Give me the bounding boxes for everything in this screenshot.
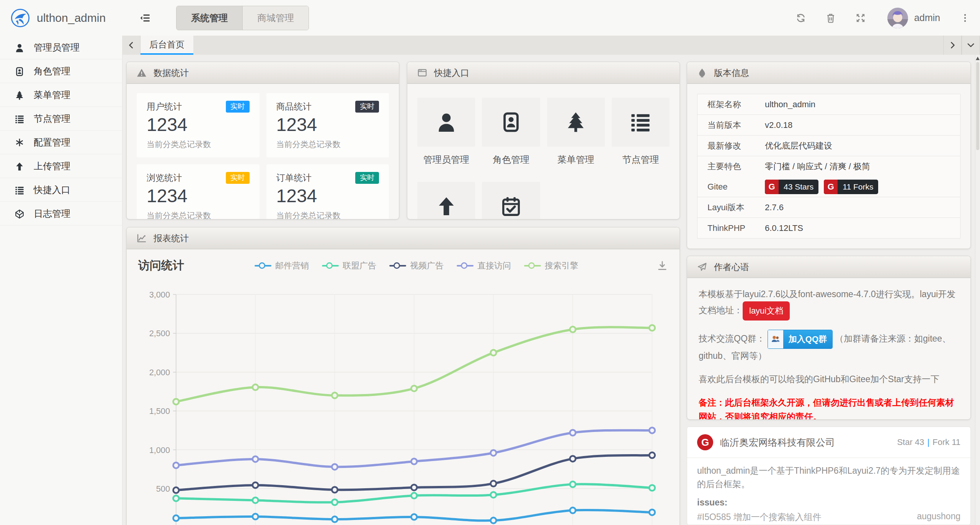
sidebar-item[interactable]: 快捷入口 <box>0 178 122 202</box>
legend-item[interactable]: 视频广告 <box>389 260 444 271</box>
content-scrollbar[interactable] <box>975 55 980 525</box>
version-row-value: 2.7.6 <box>765 203 784 213</box>
menu-collapse-button[interactable] <box>139 12 151 24</box>
sidebar-item[interactable]: 角色管理 <box>0 59 122 83</box>
version-row-value: 零门槛 / 响应式 / 清爽 / 极简 <box>765 161 870 172</box>
stat-card-sublabel: 当前分类总记录数 <box>147 210 250 219</box>
stat-card[interactable]: 订单统计 实时 1234 当前分类总记录数 <box>266 164 389 219</box>
stat-card[interactable]: 商品统计 实时 1234 当前分类总记录数 <box>266 93 389 157</box>
version-row-label: ThinkPHP <box>697 223 765 233</box>
sidebar-item[interactable]: 菜单管理 <box>0 83 122 107</box>
panel-report-header: 报表统计 <box>127 227 679 249</box>
scrollbar-thumb[interactable] <box>976 62 979 150</box>
kebab-icon <box>960 13 970 23</box>
legend-label: 搜索引擎 <box>545 260 578 271</box>
user-avatar[interactable] <box>887 8 908 28</box>
app-logo[interactable]: ulthon_admin <box>0 8 122 28</box>
scrollbar-up-arrow-icon[interactable] <box>976 57 980 60</box>
shortcut-item[interactable]: 菜单管理 <box>547 98 605 166</box>
panel-report: 报表统计 访问统计 邮件营销 <box>126 227 680 525</box>
shortcut-icon <box>500 111 522 133</box>
issue-row[interactable]: #I5O585 增加一个搜索输入组件 augushong <box>697 511 960 523</box>
stat-card-value: 1234 <box>147 185 250 206</box>
tabbar-spacer <box>193 36 943 55</box>
sidebar-item-icon <box>15 137 24 148</box>
clear-cache-button[interactable] <box>825 13 836 23</box>
shortcut-tile <box>482 182 540 219</box>
shortcut-item[interactable]: 商品分类 <box>482 182 540 219</box>
realtime-badge: 实时 <box>355 172 379 184</box>
realtime-badge: 实时 <box>226 101 250 113</box>
sidebar-item-label: 菜单管理 <box>34 89 70 101</box>
repo-company-name[interactable]: 临沂奥宏网络科技有限公司 <box>720 436 890 449</box>
top-tab-mall[interactable]: 商城管理 <box>243 6 309 30</box>
chevron-right-icon <box>948 41 957 50</box>
version-row-label: 框架名称 <box>697 99 765 110</box>
fullscreen-button[interactable] <box>855 13 866 23</box>
stat-card-sublabel: 当前分类总记录数 <box>147 139 250 150</box>
legend-item[interactable]: 搜索引擎 <box>524 260 578 271</box>
legend-item[interactable]: 邮件营销 <box>255 260 309 271</box>
legend-label: 邮件营销 <box>275 260 309 271</box>
gitee-forks-badge[interactable]: G11 Forks <box>824 180 878 194</box>
version-row: 当前版本 v2.0.18 <box>697 115 960 136</box>
repo-star-count: Star 43 <box>897 437 924 447</box>
legend-item[interactable]: 直接访问 <box>457 260 511 271</box>
legend-swatch-icon <box>255 262 271 269</box>
sidebar-item-label: 节点管理 <box>34 113 70 125</box>
sidebar-item-label: 快捷入口 <box>34 184 70 196</box>
visit-stats-chart[interactable]: 5001,0001,5002,0002,5003,000 <box>138 277 668 525</box>
panel-title: 报表统计 <box>154 232 189 244</box>
gitee-icon: G <box>765 180 779 194</box>
panel-title: 数据统计 <box>154 67 189 79</box>
chart-line-icon <box>137 233 147 243</box>
stat-card-sublabel: 当前分类总记录数 <box>276 210 379 219</box>
issues-label: issues: <box>697 497 960 508</box>
shortcut-label: 节点管理 <box>622 154 659 166</box>
svg-text:2,500: 2,500 <box>149 329 170 338</box>
shortcut-item[interactable]: 角色管理 <box>482 98 540 166</box>
sidebar-item-icon <box>15 89 24 100</box>
chart-download-button[interactable] <box>657 260 668 271</box>
tabs-scroll-right-button[interactable] <box>943 36 962 55</box>
gitee-logo-icon: G <box>697 434 713 450</box>
stat-card[interactable]: 浏览统计 实时 1234 当前分类总记录数 <box>137 164 260 219</box>
top-module-tabs: 系统管理 商城管理 <box>176 6 309 30</box>
svg-text:2,000: 2,000 <box>149 368 170 377</box>
sidebar-item[interactable]: 配置管理 <box>0 131 122 154</box>
chart-legend: 邮件营销 联盟广告 视频广告 <box>184 260 649 271</box>
refresh-button[interactable] <box>795 13 806 23</box>
user-name[interactable]: admin <box>914 12 940 23</box>
version-row-label: 当前版本 <box>697 119 765 131</box>
version-row: ThinkPHP 6.0.12LTS <box>697 218 960 238</box>
sidebar-item-label: 角色管理 <box>34 65 70 77</box>
sidebar-item-label: 日志管理 <box>34 208 70 220</box>
shortcut-item[interactable]: 上传管理 <box>417 182 475 219</box>
sidebar-item[interactable]: 日志管理 <box>0 202 122 226</box>
legend-item[interactable]: 联盟广告 <box>322 260 376 271</box>
warning-icon <box>137 68 147 78</box>
chevron-down-icon <box>966 41 975 50</box>
join-qq-group-button[interactable]: 加入QQ群 <box>768 330 833 349</box>
chart-title: 访问统计 <box>138 258 184 273</box>
more-menu-button[interactable] <box>960 13 970 23</box>
shortcut-item[interactable]: 节点管理 <box>612 98 670 166</box>
sidebar-item[interactable]: 管理员管理 <box>0 36 122 59</box>
sidebar-item[interactable]: 上传管理 <box>0 154 122 178</box>
top-tab-system[interactable]: 系统管理 <box>176 6 243 30</box>
version-row-label: 最新修改 <box>697 140 765 152</box>
sidebar-item-icon <box>15 160 24 172</box>
svg-text:1,500: 1,500 <box>149 406 170 416</box>
tab-home[interactable]: 后台首页 <box>140 36 193 55</box>
layui-docs-button[interactable]: layui文档 <box>743 301 790 321</box>
issue-title: #I5O585 增加一个搜索输入组件 <box>697 511 822 523</box>
shortcut-item[interactable]: 管理员管理 <box>417 98 475 166</box>
stat-card-label: 用户统计 <box>147 101 182 113</box>
tabs-menu-button[interactable] <box>962 36 980 55</box>
sidebar-item[interactable]: 节点管理 <box>0 107 122 131</box>
gitee-stars-badge[interactable]: G43 Stars <box>765 180 818 194</box>
stat-card-sublabel: 当前分类总记录数 <box>276 139 379 150</box>
panel-version-header: 版本信息 <box>687 62 970 84</box>
tabs-scroll-left-button[interactable] <box>122 36 140 55</box>
stat-card[interactable]: 用户统计 实时 1234 当前分类总记录数 <box>137 93 260 157</box>
